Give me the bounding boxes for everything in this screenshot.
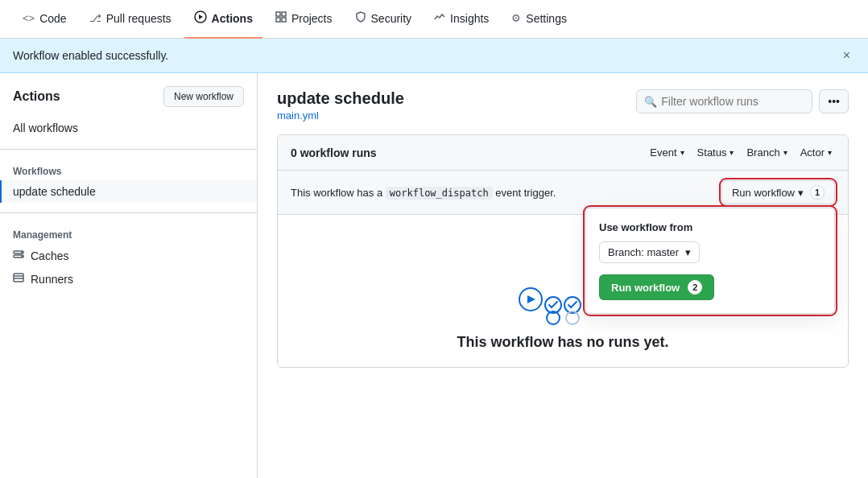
projects-icon	[275, 11, 287, 25]
sidebar-caches[interactable]: Caches	[0, 244, 257, 267]
branch-chevron-icon: ▾	[783, 148, 787, 157]
nav-insights[interactable]: Insights	[424, 0, 498, 39]
event-filter-button[interactable]: Event ▾	[647, 145, 687, 160]
branch-chevron-icon: ▾	[685, 246, 691, 258]
code-icon: <>	[23, 12, 35, 24]
banner-close-button[interactable]: ×	[838, 47, 855, 64]
nav-projects[interactable]: Projects	[266, 0, 342, 39]
banner-message: Workflow enabled successfully.	[13, 49, 168, 62]
run-workflow-dropdown: Use workflow from Branch: master ▾ Run w…	[585, 208, 835, 314]
workflow-header: update schedule main.yml 🔍 •••	[277, 89, 849, 122]
nav-code[interactable]: <> Code	[13, 0, 76, 39]
filter-input[interactable]	[636, 89, 812, 113]
runs-header: 0 workflow runs Event ▾ Status ▾ Branch …	[278, 135, 848, 171]
event-chevron-icon: ▾	[680, 148, 684, 157]
runs-count: 0 workflow runs	[291, 146, 377, 159]
dispatch-code: workflow_dispatch	[386, 187, 493, 200]
nav-code-label: Code	[39, 12, 66, 25]
nav-projects-label: Projects	[291, 12, 333, 25]
settings-icon: ⚙	[511, 12, 521, 24]
dropdown-title: Use workflow from	[599, 221, 821, 233]
top-nav: <> Code ⎇ Pull requests Actions Projects…	[0, 0, 868, 39]
insights-icon	[434, 11, 445, 25]
search-icon: 🔍	[644, 96, 657, 108]
no-runs-text: This workflow has no runs yet.	[457, 334, 668, 351]
new-workflow-button[interactable]: New workflow	[163, 86, 244, 107]
nav-settings-label: Settings	[526, 12, 567, 25]
svg-marker-14	[527, 295, 535, 303]
dispatch-notice-end: event trigger.	[495, 187, 556, 199]
runs-section: 0 workflow runs Event ▾ Status ▾ Branch …	[277, 134, 849, 368]
status-filter-label: Status	[697, 146, 727, 159]
pull-requests-icon: ⎇	[89, 12, 101, 24]
workflow-title: update schedule	[277, 89, 404, 108]
nav-security[interactable]: Security	[345, 0, 422, 39]
sidebar-runners[interactable]: Runners	[0, 267, 257, 291]
caches-label: Caches	[31, 249, 68, 262]
runners-icon	[13, 272, 24, 286]
run-workflow-badge: 1	[810, 185, 825, 200]
caches-icon	[13, 249, 24, 262]
nav-settings[interactable]: ⚙ Settings	[502, 0, 577, 39]
actions-icon	[194, 10, 207, 26]
run-submit-badge: 2	[688, 280, 702, 295]
svg-rect-3	[282, 12, 286, 16]
runners-label: Runners	[31, 273, 73, 286]
sidebar: Actions New workflow All workflows Workf…	[0, 73, 258, 478]
sidebar-divider	[0, 149, 257, 150]
main-content: update schedule main.yml 🔍 ••• 0 workflo…	[258, 73, 868, 478]
success-banner: Workflow enabled successfully. ×	[0, 39, 868, 73]
run-workflow-button[interactable]: Run workflow ▾ 1	[721, 180, 835, 204]
branch-filter-label: Branch	[746, 146, 779, 159]
sidebar-management-label: Management	[0, 223, 257, 244]
nav-actions-label: Actions	[212, 12, 253, 25]
status-filter-button[interactable]: Status ▾	[694, 145, 738, 160]
nav-security-label: Security	[371, 12, 412, 25]
svg-point-9	[22, 256, 23, 257]
workflow-file[interactable]: main.yml	[277, 109, 404, 122]
security-icon	[355, 11, 366, 25]
svg-rect-4	[276, 18, 280, 22]
run-workflow-submit-label: Run workflow	[611, 282, 680, 294]
sidebar-all-workflows[interactable]: All workflows	[0, 117, 257, 139]
svg-rect-5	[282, 18, 286, 22]
run-workflow-label: Run workflow	[732, 187, 795, 199]
svg-point-8	[22, 252, 23, 253]
filter-input-wrapper: 🔍	[636, 89, 812, 113]
actor-filter-button[interactable]: Actor ▾	[797, 145, 835, 160]
sidebar-workflows-label: Workflows	[0, 159, 257, 180]
svg-rect-2	[276, 12, 280, 16]
svg-marker-1	[199, 14, 203, 19]
dispatch-text: This workflow has a workflow_dispatch ev…	[291, 187, 556, 199]
sidebar-header: Actions New workflow	[0, 86, 257, 117]
event-filter-label: Event	[650, 146, 676, 159]
sidebar-item-update-schedule[interactable]: update schedule	[0, 180, 257, 203]
sidebar-divider-2	[0, 212, 257, 213]
svg-rect-10	[14, 274, 23, 282]
nav-insights-label: Insights	[450, 12, 489, 25]
sidebar-title: Actions	[13, 89, 60, 104]
nav-actions[interactable]: Actions	[184, 0, 262, 39]
run-workflow-wrapper: Run workflow ▾ 1 Use workflow from Branc…	[721, 180, 835, 204]
branch-selector-label: Branch: master	[608, 246, 679, 258]
actor-filter-label: Actor	[800, 146, 825, 159]
nav-pull-requests-label: Pull requests	[106, 12, 172, 25]
status-chevron-icon: ▾	[730, 148, 734, 157]
nav-pull-requests[interactable]: ⎇ Pull requests	[80, 0, 181, 39]
dispatch-notice: This workflow has a workflow_dispatch ev…	[278, 171, 848, 215]
branch-filter-button[interactable]: Branch ▾	[743, 145, 790, 160]
branch-selector-button[interactable]: Branch: master ▾	[599, 241, 700, 263]
more-options-button[interactable]: •••	[819, 89, 849, 113]
dropdown-chevron-icon: ▾	[798, 187, 804, 199]
main-layout: Actions New workflow All workflows Workf…	[0, 73, 868, 478]
runs-filters: Event ▾ Status ▾ Branch ▾ Actor ▾	[647, 145, 835, 160]
actor-chevron-icon: ▾	[828, 148, 832, 157]
toolbar-row: 🔍 •••	[636, 89, 849, 113]
dispatch-notice-text: This workflow has a	[291, 187, 382, 199]
run-workflow-submit-button[interactable]: Run workflow 2	[599, 274, 714, 300]
